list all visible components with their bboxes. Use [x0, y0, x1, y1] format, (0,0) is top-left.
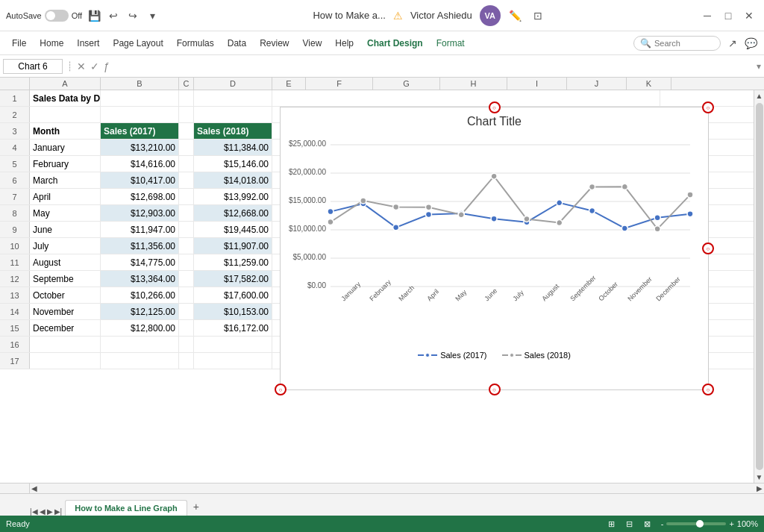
cell-c8[interactable]	[179, 205, 194, 221]
tab-prev-button[interactable]: ◀	[40, 507, 46, 516]
tab-next-button[interactable]: ▶	[47, 507, 53, 516]
cell-d14[interactable]: $10,153.00	[194, 304, 272, 319]
cell-b8[interactable]: $12,903.00	[101, 205, 179, 221]
cell-d1[interactable]	[194, 90, 272, 106]
autosave-toggle[interactable]	[45, 10, 69, 22]
menu-home[interactable]: Home	[34, 35, 69, 51]
menu-review[interactable]: Review	[254, 35, 295, 51]
cancel-formula-icon[interactable]: ✕	[77, 60, 86, 72]
col-header-f[interactable]: F	[306, 78, 373, 90]
handle-bottom-right[interactable]	[702, 384, 714, 395]
scroll-thumb-v[interactable]	[756, 103, 763, 470]
user-avatar[interactable]: VA	[480, 5, 501, 26]
col-header-h[interactable]: H	[440, 78, 507, 90]
cell-a6[interactable]: March	[30, 172, 101, 188]
cell-a10[interactable]: July	[30, 238, 101, 254]
formula-input[interactable]	[113, 61, 754, 72]
cell-a5[interactable]: February	[30, 156, 101, 172]
cell-b6[interactable]: $10,417.00	[101, 172, 179, 188]
cell-d9[interactable]: $19,445.00	[194, 222, 272, 237]
undo-icon[interactable]: ↩	[106, 8, 121, 23]
col-header-g[interactable]: G	[373, 78, 440, 90]
formula-expand-icon[interactable]: ▾	[757, 61, 761, 72]
restore-icon[interactable]: ⊡	[530, 8, 545, 23]
menu-view[interactable]: View	[297, 35, 328, 51]
cell-b7[interactable]: $12,698.00	[101, 189, 179, 204]
handle-bottom-left[interactable]	[275, 384, 286, 395]
col-header-k[interactable]: K	[627, 78, 671, 90]
add-sheet-button[interactable]: +	[187, 498, 205, 516]
customize-icon[interactable]: ▾	[145, 8, 160, 23]
cell-d13[interactable]: $17,600.00	[194, 287, 272, 303]
cell-a15[interactable]: December	[30, 320, 101, 336]
handle-right[interactable]	[702, 242, 714, 254]
cell-a9[interactable]: June	[30, 222, 101, 237]
menu-chart-design[interactable]: Chart Design	[361, 35, 429, 51]
handle-bottom[interactable]	[489, 384, 501, 395]
cell-b13[interactable]: $10,266.00	[101, 287, 179, 303]
scroll-down-arrow[interactable]: ▼	[754, 472, 764, 483]
menu-format[interactable]: Format	[430, 35, 471, 51]
cell-b5[interactable]: $14,616.00	[101, 156, 179, 172]
scroll-right-arrow[interactable]: ▶	[757, 484, 763, 492]
col-header-c[interactable]: C	[179, 78, 194, 90]
close-button[interactable]: ✕	[740, 7, 758, 25]
name-box[interactable]	[3, 59, 63, 74]
minimize-button[interactable]: ─	[698, 7, 716, 25]
cell-a17[interactable]	[30, 353, 101, 369]
comment-icon[interactable]: 💬	[743, 36, 758, 51]
cell-a7[interactable]: April	[30, 189, 101, 204]
search-box[interactable]: 🔍	[633, 36, 721, 51]
scroll-left-arrow[interactable]: ◀	[31, 484, 37, 492]
cell-a11[interactable]: August	[30, 254, 101, 270]
redo-icon[interactable]: ↪	[125, 8, 140, 23]
autosave-control[interactable]: AutoSave Off	[6, 10, 82, 22]
grid-scroll[interactable]: 1 Sales Data by Date 2	[0, 90, 754, 483]
share-icon[interactable]: ↗	[725, 36, 740, 51]
cell-d12[interactable]: $17,582.00	[194, 271, 272, 287]
cell-d15[interactable]: $16,172.00	[194, 320, 272, 336]
col-header-i[interactable]: I	[507, 78, 567, 90]
chart-area[interactable]: Chart Title $25,000.00 $20,000.00 $15,00…	[280, 107, 709, 390]
menu-insert[interactable]: Insert	[71, 35, 105, 51]
tab-last-button[interactable]: ▶|	[54, 507, 63, 516]
cell-d16[interactable]	[194, 337, 272, 352]
insert-function-icon[interactable]: ƒ	[104, 60, 110, 72]
cell-b10[interactable]: $11,356.00	[101, 238, 179, 254]
cell-a3[interactable]: Month	[30, 123, 101, 139]
normal-view-icon[interactable]: ⊞	[604, 518, 619, 530]
cell-b9[interactable]: $11,947.00	[101, 222, 179, 237]
sheet-tab-main[interactable]: How to Make a Line Graph	[65, 500, 187, 516]
cell-c6[interactable]	[179, 172, 194, 188]
save-icon[interactable]: 💾	[87, 8, 101, 23]
cell-d6[interactable]: $14,018.00	[194, 172, 272, 188]
pen-icon[interactable]: ✏️	[508, 8, 523, 23]
cell-d8[interactable]: $12,668.00	[194, 205, 272, 221]
cell-b12[interactable]: $13,364.00	[101, 271, 179, 287]
cell-c7[interactable]	[179, 189, 194, 204]
menu-file[interactable]: File	[6, 35, 32, 51]
cell-a2[interactable]	[30, 107, 101, 122]
handle-top[interactable]	[489, 101, 501, 113]
zoom-slider[interactable]	[666, 522, 726, 525]
cell-d3[interactable]: Sales (2018)	[194, 123, 272, 139]
cell-c1[interactable]	[179, 90, 194, 106]
menu-help[interactable]: Help	[329, 35, 360, 51]
cell-b1[interactable]	[101, 90, 179, 106]
maximize-button[interactable]: □	[719, 7, 737, 25]
cell-c13[interactable]	[179, 287, 194, 303]
cell-d17[interactable]	[194, 353, 272, 369]
scroll-up-arrow[interactable]: ▲	[754, 90, 764, 101]
cell-a1[interactable]: Sales Data by Date	[30, 90, 101, 106]
cell-d11[interactable]: $11,259.00	[194, 254, 272, 270]
page-break-icon[interactable]: ⊠	[640, 518, 655, 530]
menu-data[interactable]: Data	[222, 35, 252, 51]
col-header-a[interactable]: A	[30, 78, 101, 90]
cell-c14[interactable]	[179, 304, 194, 319]
col-header-j[interactable]: J	[567, 78, 627, 90]
cell-d10[interactable]: $11,907.00	[194, 238, 272, 254]
cell-a12[interactable]: Septembe	[30, 271, 101, 287]
col-header-b[interactable]: B	[101, 78, 179, 90]
cell-d7[interactable]: $13,992.00	[194, 189, 272, 204]
search-input[interactable]	[654, 39, 714, 48]
